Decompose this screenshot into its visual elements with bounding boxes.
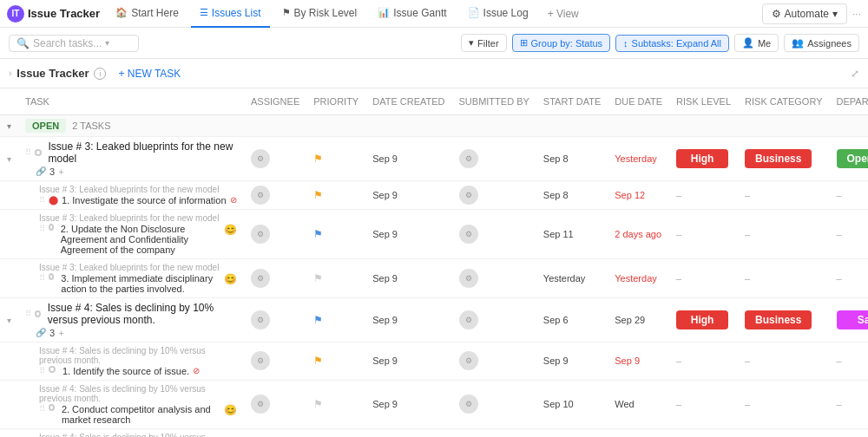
- subtask1-due-date: Sep 12: [608, 180, 669, 209]
- group-header-open: ▾ OPEN 2 TASKS: [0, 114, 868, 136]
- i4-subtask3-start-date: Fri: [536, 428, 608, 437]
- filter-button[interactable]: ▾ Filter: [461, 34, 506, 52]
- status-circle: [35, 310, 41, 317]
- avatar: ⚙: [459, 269, 478, 288]
- status-circle: [49, 273, 54, 280]
- i4-subtask2-parent: Issue # 4: Sales is declining by 10% ver…: [39, 384, 237, 403]
- col-assignee: ASSIGNEE: [244, 88, 306, 114]
- subtask3-submitted-by: ⚙: [452, 258, 536, 297]
- drag-handle-icon: ⠿: [25, 147, 31, 157]
- avatar: ⚙: [251, 225, 270, 244]
- subtask3-date-created: Sep 9: [365, 258, 451, 297]
- tab-issues-list[interactable]: ☰ Issues List: [191, 0, 270, 28]
- drag-handle-icon: ⠿: [25, 309, 31, 318]
- priority-flag-icon: ⚑: [313, 153, 323, 165]
- group-collapse-btn[interactable]: ▾: [7, 121, 11, 131]
- issue4-expand-cell[interactable]: ▾: [0, 297, 18, 342]
- i4-subtask1-line: ⠿ 1. Identify the source of issue. ⊘: [39, 366, 237, 376]
- search-icon: 🔍: [16, 37, 30, 49]
- i4-subtask3-date-created: Sep 9: [365, 428, 451, 437]
- more-icon[interactable]: ···: [852, 8, 861, 20]
- table-container: TASK ASSIGNEE PRIORITY DATE CREATED SUBM…: [0, 88, 868, 437]
- issue4-due-date: Sep 29: [608, 297, 669, 342]
- drag-handle-icon: ⠿: [39, 366, 45, 375]
- table-row: Issue # 3: Leaked blueprints for the new…: [0, 209, 868, 258]
- table-row: ▾ ⠿ Issue # 3: Leaked blueprints for the…: [0, 136, 868, 180]
- add-view-btn[interactable]: + View: [541, 8, 586, 20]
- table-row: Issue # 4: Sales is declining by 10% ver…: [0, 342, 868, 380]
- tab-start-here-label: Start Here: [131, 7, 179, 19]
- col-task: TASK: [18, 88, 244, 114]
- issue4-assignee: ⚙: [244, 297, 306, 342]
- i4-subtask3-department: –: [830, 428, 869, 437]
- i4-subtask1-start-date: Sep 9: [536, 342, 608, 380]
- col-start-date: START DATE: [536, 88, 608, 114]
- issues-list-icon: ☰: [200, 7, 208, 18]
- tab-issue-log-label: Issue Log: [483, 7, 529, 19]
- automate-button[interactable]: ⚙ Automate ▾: [762, 3, 847, 24]
- i4-subtask1-submitted-by: ⚙: [452, 342, 536, 380]
- expand-icon[interactable]: ▾: [7, 316, 11, 325]
- col-risk-category: RISK CATEGORY: [738, 88, 829, 114]
- col-risk-level: RISK LEVEL: [669, 88, 738, 114]
- group-by-button[interactable]: ⊞ Group by: Status: [512, 34, 611, 52]
- i4-subtask1-title-cell: Issue # 4: Sales is declining by 10% ver…: [18, 342, 244, 380]
- subtasks-button[interactable]: ↕ Subtasks: Expand All: [615, 35, 729, 52]
- search-box[interactable]: 🔍 Search tasks... ▾: [9, 35, 139, 52]
- issue3-start-date: Sep 8: [536, 136, 608, 180]
- issue4-date-created: Sep 9: [365, 297, 451, 342]
- issue3-priority: ⚑: [306, 136, 365, 180]
- new-task-button[interactable]: + NEW TASK: [111, 66, 187, 82]
- subtask3-due-date: Yesterday: [608, 258, 669, 297]
- stop-circle-icon: ⊘: [193, 366, 200, 375]
- drag-handle-icon: ⠿: [39, 404, 45, 414]
- expand-icon[interactable]: ▾: [7, 154, 11, 164]
- issue4-title-row: ⠿ Issue # 4: Sales is declining by 10% v…: [25, 302, 237, 326]
- issue4-submitted-by: ⚙: [452, 297, 536, 342]
- tab-by-risk-level[interactable]: ⚑ By Risk Level: [273, 0, 366, 28]
- subtask2-assignee: ⚙: [244, 209, 306, 258]
- i4-subtask3-due-date: Sep 29: [608, 428, 669, 437]
- subtask1-line: ⠿ ⬤ 1. Investigate the source of informa…: [39, 195, 237, 205]
- i4-subtask1-priority: ⚑: [306, 342, 365, 380]
- risk-category-badge: Business: [745, 310, 812, 329]
- issue3-subtask-count: 3: [49, 166, 55, 177]
- subtask1-start-date: Sep 8: [536, 180, 608, 209]
- assignees-button[interactable]: 👥 Assignees: [784, 34, 859, 52]
- status-circle: [35, 149, 42, 156]
- me-button[interactable]: 👤 Me: [734, 34, 779, 52]
- subtask2-line: ⠿ 2. Update the Non Disclosure Agreement…: [39, 224, 237, 255]
- i4-subtask2-priority: ⚑: [306, 380, 365, 428]
- breadcrumb-info-icon[interactable]: i: [94, 68, 106, 80]
- risk-level-icon: ⚑: [282, 7, 291, 18]
- logo-icon: IT: [7, 5, 24, 23]
- table-row: Issue # 3: Leaked blueprints for the new…: [0, 258, 868, 297]
- tab-start-here[interactable]: 🏠 Start Here: [107, 0, 187, 28]
- subtask2-title-cell: Issue # 3: Leaked blueprints for the new…: [18, 209, 244, 258]
- plus-icon[interactable]: +: [58, 328, 63, 338]
- issue3-risk-category: Business: [738, 136, 829, 180]
- automate-chevron-icon: ▾: [832, 8, 838, 20]
- tab-issue-gantt[interactable]: 📊 Issue Gantt: [369, 0, 455, 28]
- me-icon: 👤: [742, 37, 754, 49]
- i4-subtask3-assignee: ⚙: [244, 428, 306, 437]
- i4-subtask2-assignee: ⚙: [244, 380, 306, 428]
- new-task-label: + NEW TASK: [118, 68, 181, 80]
- issue3-department: Operations: [830, 136, 869, 180]
- app-logo: IT Issue Tracker: [7, 5, 100, 23]
- group-toggle-cell[interactable]: ▾: [0, 114, 18, 136]
- tasks-count: 2 TASKS: [72, 121, 110, 131]
- log-icon: 📄: [468, 7, 480, 18]
- tab-issue-log[interactable]: 📄 Issue Log: [459, 0, 537, 28]
- i4-subtask3-title-cell: Issue # 4: Sales is declining by 10% ver…: [18, 428, 244, 437]
- issue3-expand-cell[interactable]: ▾: [0, 136, 18, 180]
- subtask1-risk-category: –: [738, 180, 829, 209]
- issue3-title-cell: ⠿ Issue # 3: Leaked blueprints for the n…: [18, 136, 244, 180]
- issue4-title: Issue # 4: Sales is declining by 10% ver…: [48, 302, 237, 326]
- search-placeholder: Search tasks...: [33, 37, 102, 49]
- collapse-icon[interactable]: ⤢: [851, 68, 859, 80]
- avatar: ⚙: [459, 225, 478, 244]
- subtask1-due-date-text: Sep 12: [615, 190, 645, 200]
- plus-icon[interactable]: +: [58, 166, 63, 177]
- subtask3-assignee: ⚙: [244, 258, 306, 297]
